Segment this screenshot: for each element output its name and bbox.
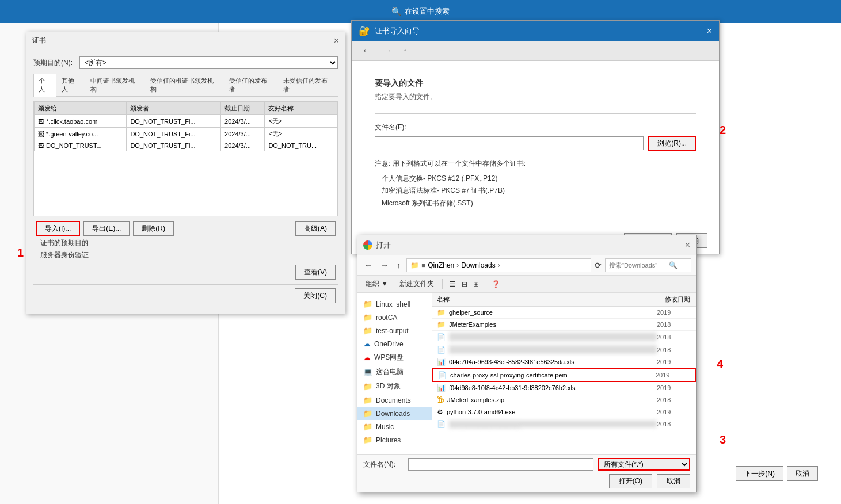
- cert-dialog-titlebar: 证书 ×: [26, 32, 345, 49]
- sidebar-item-pictures[interactable]: 📁 Pictures: [357, 433, 432, 446]
- new-folder-btn[interactable]: 新建文件夹: [396, 278, 437, 290]
- cert-table-container: 颁发给 颁发者 截止日期 友好名称 🖼 *.click.taobao.com D…: [33, 101, 338, 216]
- tab-trusted-root[interactable]: 受信任的根证书颁发机构: [145, 74, 224, 96]
- sidebar-item-linux-shell[interactable]: 📁 Linux_shell: [357, 297, 432, 311]
- path-separator-1: ■: [421, 261, 425, 269]
- search-box: 🔍: [605, 258, 691, 272]
- view-grid-btn[interactable]: ⊞: [471, 279, 481, 289]
- file-date-text: 2018: [657, 334, 691, 341]
- file-cancel-button[interactable]: 取消: [657, 474, 690, 488]
- file-search-input[interactable]: [609, 262, 667, 269]
- folder-icon: 📁: [363, 326, 372, 335]
- file-item-xls1[interactable]: 📊 0f4e704a-9693-48ef-8582-3f81e56325da.x…: [432, 356, 696, 368]
- file-item-blurred2[interactable]: 📄 【性能██████████████████ 2018: [432, 343, 696, 356]
- import-button[interactable]: 导入(I)...: [36, 221, 80, 236]
- file-bottom-bar: 文件名(N): 所有文件(*.*) 打开(O) 取消: [357, 454, 696, 492]
- cert-left-btns: 导入(I)... 导出(E)... 删除(R): [36, 221, 174, 236]
- sidebar-item-wps[interactable]: ☁ WPS网盘: [357, 350, 432, 365]
- sidebar-item-3d[interactable]: 📁 3D 对象: [357, 379, 432, 394]
- view-btn-row: 查看(V): [33, 265, 338, 280]
- file-item-cert[interactable]: 📄 charles-proxy-ssl-proxying-certificate…: [432, 368, 696, 382]
- wizard-section-subtitle: 指定要导入的文件。: [375, 92, 696, 102]
- sidebar-label: Documents: [376, 396, 411, 404]
- file-item-blurred1[interactable]: 📄 【测试学的】██████████████ 2018: [432, 331, 696, 343]
- wizard-forward-btn[interactable]: →: [379, 44, 395, 57]
- wizard-title: 证书导入向导: [375, 26, 420, 36]
- remove-button[interactable]: 删除(R): [133, 221, 174, 236]
- sidebar-item-music[interactable]: 📁 Music: [357, 420, 432, 433]
- view-button[interactable]: 查看(V): [295, 265, 336, 280]
- browse-button[interactable]: 浏览(R)...: [648, 136, 696, 151]
- advanced-button[interactable]: 高级(A): [295, 221, 336, 236]
- file-path-input[interactable]: [375, 136, 644, 150]
- cert-issued-to: 🖼 *.green-valley.co...: [35, 128, 127, 140]
- file-type-select[interactable]: 所有文件(*.*): [598, 458, 690, 471]
- file-item-zip[interactable]: 🗜 JMeterExamples.zip 2018: [432, 394, 696, 406]
- tab-others[interactable]: 其他人: [56, 74, 85, 96]
- tab-untrusted[interactable]: 未受信任的发布者: [278, 74, 338, 96]
- table-row[interactable]: 🖼 DO_NOT_TRUST... DO_NOT_TRUST_Fi... 202…: [35, 140, 337, 151]
- table-row[interactable]: 🖼 *.green-valley.co... DO_NOT_TRUST_Fi..…: [35, 128, 337, 140]
- export-button[interactable]: 导出(E)...: [83, 221, 130, 236]
- tab-personal[interactable]: 个人: [33, 74, 56, 97]
- tab-intermediate[interactable]: 中间证书颁发机构: [85, 74, 145, 96]
- wizard-back-btn[interactable]: ←: [359, 44, 375, 57]
- cert-info: 证书的预期目的 服务器身份验证: [33, 236, 338, 265]
- file-name-text: JMeterExamples.zip: [447, 396, 657, 403]
- wizard-close[interactable]: ×: [707, 26, 712, 36]
- file-date-text: 2019: [657, 408, 691, 415]
- sidebar-item-onedrive[interactable]: ☁ OneDrive: [357, 337, 432, 350]
- purpose-select[interactable]: <所有>: [79, 56, 338, 69]
- browse-btn-wrapper: 浏览(R)...: [648, 136, 696, 151]
- file-item-jmeter[interactable]: 📁 JMeterExamples 2018: [432, 319, 696, 331]
- sidebar-item-documents[interactable]: 📁 Documents: [357, 394, 432, 407]
- file-item-xls2[interactable]: 📊 f04d98e8-10f8-4c42-bb31-9d38202c76b2.x…: [432, 382, 696, 394]
- file-open-button[interactable]: 打开(O): [609, 474, 652, 488]
- file-forward-btn[interactable]: →: [378, 259, 391, 271]
- bottom-next-button[interactable]: 下一步(N): [736, 466, 783, 481]
- sidebar-item-this-pc[interactable]: 💻 这台电脑: [357, 365, 432, 379]
- close-btn-row: 关闭(C): [33, 284, 338, 307]
- sidebar-item-rootca[interactable]: 📁 rootCA: [357, 311, 432, 324]
- tab-trusted-publisher[interactable]: 受信任的发布者: [224, 74, 278, 96]
- refresh-btn[interactable]: ⟳: [595, 261, 602, 270]
- file-item-exe[interactable]: ⚙ python-3.7.0-amd64.exe 2019: [432, 406, 696, 418]
- col-name: 友好名称: [265, 102, 337, 115]
- sidebar-item-test-output[interactable]: 📁 test-output: [357, 324, 432, 337]
- note-title: 注意: 用下列格式可以在一个文件中存储多个证书:: [375, 158, 696, 170]
- cert-expiry: 2024/3/...: [221, 115, 265, 128]
- file-icon: 📄: [437, 420, 446, 428]
- wizard-icon: 🔐: [359, 25, 370, 36]
- file-up-btn[interactable]: ↑: [394, 259, 403, 271]
- cert-fname: <无>: [265, 128, 337, 140]
- table-row[interactable]: 🖼 *.click.taobao.com DO_NOT_TRUST_Fi... …: [35, 115, 337, 128]
- sidebar-label: rootCA: [376, 314, 397, 322]
- cert-action-row: 导入(I)... 导出(E)... 删除(R) 高级(A): [33, 221, 338, 236]
- path-bar: 📁 ■ QinZhen › Downloads ›: [406, 258, 591, 272]
- path-part-1: QinZhen: [428, 261, 454, 269]
- folder-icon: 📁: [363, 422, 372, 431]
- folder-icon: 📁: [363, 300, 372, 308]
- view-list-btn[interactable]: ☰: [447, 279, 458, 289]
- file-back-btn[interactable]: ←: [362, 259, 375, 271]
- filename-input[interactable]: [408, 458, 593, 471]
- view-details-btn[interactable]: ⊟: [459, 279, 470, 289]
- settings-search-title: 在设置中搜索: [405, 6, 450, 17]
- organize-btn[interactable]: 组织 ▼: [362, 278, 391, 290]
- sidebar-item-downloads[interactable]: 📁 Downloads: [357, 407, 432, 420]
- cert-dialog-body: 预期目的(N): <所有> 个人 其他人 中间证书颁发机构 受信任的根证书颁发机…: [26, 49, 345, 314]
- search-icon: 🔍: [391, 7, 401, 16]
- cloud-icon: ☁: [363, 339, 371, 348]
- cert-fname: <无>: [265, 115, 337, 128]
- file-dialog-close[interactable]: ×: [685, 240, 690, 250]
- file-item-blurred3[interactable]: 📄 ████████████████ 2018: [432, 418, 696, 430]
- col-issuer: 颁发者: [127, 102, 221, 115]
- help-btn[interactable]: ❓: [488, 279, 504, 289]
- close-main-button[interactable]: 关闭(C): [295, 288, 336, 303]
- file-date-text: 2018: [657, 421, 691, 427]
- cert-dialog-close[interactable]: ×: [334, 36, 339, 45]
- computer-icon: 💻: [363, 368, 372, 376]
- bottom-cancel-button[interactable]: 取消: [787, 466, 818, 481]
- file-item-ghelper[interactable]: 📁 ghelper_source 2019: [432, 307, 696, 319]
- file-name-text: 0f4e704a-9693-48ef-8582-3f81e56325da.xls: [449, 358, 657, 365]
